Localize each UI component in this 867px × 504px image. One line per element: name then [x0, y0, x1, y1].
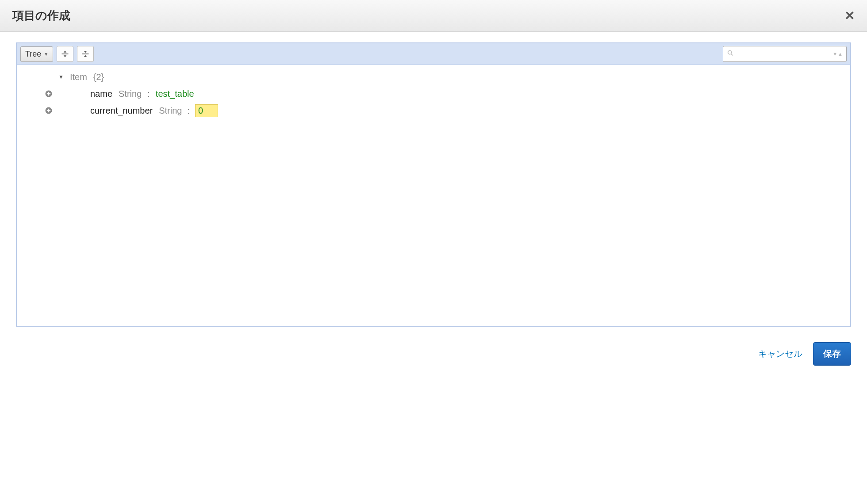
editor-body: ▼ Item {2} name String : test_table curr… [17, 65, 850, 326]
separator: : [147, 89, 150, 99]
add-field-icon[interactable] [44, 89, 53, 98]
close-icon[interactable]: ✕ [844, 10, 855, 22]
editor-toolbar: Tree ▼ [17, 43, 850, 65]
tree-field-row: current_number String : 0 [24, 102, 843, 119]
svg-line-7 [731, 54, 733, 55]
svg-marker-4 [84, 51, 87, 53]
root-label: Item [70, 72, 87, 82]
separator: : [187, 106, 190, 116]
editor-container: Tree ▼ [16, 42, 851, 327]
svg-point-6 [728, 51, 732, 54]
cancel-button[interactable]: キャンセル [758, 348, 802, 360]
field-key[interactable]: name [90, 89, 112, 99]
view-mode-dropdown[interactable]: Tree ▼ [20, 46, 53, 62]
svg-marker-1 [64, 51, 67, 53]
modal-footer: キャンセル 保存 [16, 334, 851, 366]
field-value-editing[interactable]: 0 [195, 104, 218, 117]
collapse-all-icon [81, 50, 90, 58]
tree-root-row: ▼ Item {2} [24, 69, 843, 85]
save-button[interactable]: 保存 [813, 342, 851, 366]
tree-field-row: name String : test_table [24, 85, 843, 102]
svg-marker-5 [84, 55, 87, 57]
svg-marker-2 [64, 55, 67, 57]
view-mode-label: Tree [25, 50, 41, 59]
collapse-toggle-icon[interactable]: ▼ [58, 74, 65, 80]
collapse-all-button[interactable] [77, 46, 94, 62]
search-prev-icon[interactable]: ▲ [838, 52, 843, 57]
search-icon [727, 50, 734, 58]
search-input[interactable] [737, 50, 832, 58]
modal-header: 項目の作成 ✕ [0, 0, 867, 32]
field-type[interactable]: String [159, 106, 182, 116]
expand-all-icon [61, 50, 69, 58]
field-type[interactable]: String [119, 89, 142, 99]
modal-title: 項目の作成 [12, 8, 70, 23]
field-value[interactable]: test_table [156, 89, 194, 99]
expand-all-button[interactable] [57, 46, 73, 62]
caret-down-icon: ▼ [44, 52, 48, 57]
search-box: ▼ ▲ [723, 46, 847, 62]
field-key[interactable]: current_number [90, 106, 153, 116]
search-next-icon[interactable]: ▼ [832, 52, 837, 57]
root-count: {2} [93, 72, 104, 82]
search-nav-arrows: ▼ ▲ [832, 52, 843, 57]
add-field-icon[interactable] [44, 106, 53, 115]
